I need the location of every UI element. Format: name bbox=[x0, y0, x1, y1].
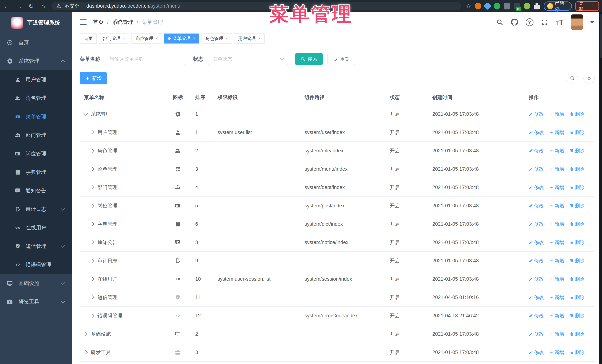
sidebar-item-基础设施[interactable]: 基础设施 bbox=[0, 274, 72, 292]
refresh-table-button[interactable] bbox=[583, 73, 595, 84]
action-删除[interactable]: 删除 bbox=[570, 111, 585, 117]
search-button[interactable]: 搜索 bbox=[295, 53, 323, 65]
kebab-menu-icon[interactable]: ⋮ bbox=[590, 3, 595, 9]
sidebar-item-通知公告[interactable]: 通知公告 bbox=[0, 181, 72, 200]
close-icon[interactable]: × bbox=[258, 36, 261, 41]
tab-菜单管理[interactable]: 菜单管理× bbox=[164, 33, 199, 43]
user-avatar[interactable] bbox=[571, 14, 583, 30]
action-修改[interactable]: 修改 bbox=[529, 258, 544, 264]
extensions-puzzle[interactable] bbox=[534, 3, 540, 10]
status-select[interactable]: 菜单状态 bbox=[208, 53, 288, 65]
app-logo[interactable]: 芋道管理系统 bbox=[0, 12, 72, 33]
panel-dark[interactable]: on bbox=[514, 3, 520, 10]
expand-closed-icon[interactable] bbox=[84, 332, 88, 336]
action-修改[interactable]: 修改 bbox=[529, 203, 544, 209]
sidebar-item-错误码管理[interactable]: 错误码管理 bbox=[0, 256, 72, 274]
expand-open-icon[interactable] bbox=[84, 112, 88, 116]
expand-closed-icon[interactable] bbox=[84, 350, 88, 354]
expand-closed-icon[interactable] bbox=[90, 295, 95, 300]
tab-首页[interactable]: 首页 bbox=[80, 33, 97, 43]
action-删除[interactable]: 删除 bbox=[570, 129, 585, 136]
action-新增[interactable]: 新增 bbox=[549, 129, 564, 136]
sidebar-item-岗位管理[interactable]: 岗位管理 bbox=[0, 145, 72, 163]
robot-green[interactable] bbox=[524, 3, 530, 10]
action-删除[interactable]: 删除 bbox=[570, 184, 585, 191]
action-新增[interactable]: 新增 bbox=[549, 111, 564, 117]
circle-orange[interactable] bbox=[475, 3, 481, 10]
action-修改[interactable]: 修改 bbox=[529, 184, 544, 191]
menu-name-input[interactable] bbox=[105, 53, 185, 65]
expand-closed-icon[interactable] bbox=[90, 240, 95, 245]
action-修改[interactable]: 修改 bbox=[529, 294, 544, 301]
font-size-icon[interactable]: TT bbox=[556, 18, 564, 26]
action-修改[interactable]: 修改 bbox=[529, 147, 544, 154]
browser-update-button[interactable]: 更新 ⋮ bbox=[575, 1, 599, 11]
expand-closed-icon[interactable] bbox=[90, 185, 95, 190]
add-button[interactable]: 新增 bbox=[80, 72, 107, 84]
action-修改[interactable]: 修改 bbox=[529, 276, 544, 282]
action-删除[interactable]: 删除 bbox=[570, 331, 585, 337]
action-新增[interactable]: 新增 bbox=[549, 294, 564, 301]
breadcrumb-item[interactable]: 系统管理 bbox=[112, 19, 133, 26]
action-修改[interactable]: 修改 bbox=[529, 349, 544, 356]
action-修改[interactable]: 修改 bbox=[529, 312, 544, 319]
bookmark-star-icon[interactable]: ☆ bbox=[466, 2, 471, 10]
action-新增[interactable]: 新增 bbox=[549, 258, 564, 264]
action-新增[interactable]: 新增 bbox=[549, 239, 564, 246]
close-icon[interactable]: × bbox=[155, 36, 158, 41]
blocks-gray[interactable] bbox=[504, 3, 510, 10]
action-删除[interactable]: 删除 bbox=[570, 203, 585, 209]
action-删除[interactable]: 删除 bbox=[570, 294, 585, 301]
sidebar-item-在线用户[interactable]: 在线用户 bbox=[0, 218, 72, 237]
action-新增[interactable]: 新增 bbox=[549, 184, 564, 191]
search-icon[interactable] bbox=[496, 19, 504, 26]
action-新增[interactable]: 新增 bbox=[549, 312, 564, 319]
sidebar-item-短信管理[interactable]: 短信管理 bbox=[0, 237, 72, 256]
action-删除[interactable]: 删除 bbox=[570, 312, 585, 319]
sidebar-item-审计日志[interactable]: 审计日志 bbox=[0, 200, 72, 218]
forward-icon[interactable]: → bbox=[15, 0, 23, 12]
action-新增[interactable]: 新增 bbox=[549, 221, 564, 227]
sidebar-item-系统管理[interactable]: 系统管理 bbox=[0, 52, 72, 70]
sidebar-item-角色管理[interactable]: 角色管理 bbox=[0, 89, 72, 107]
github-icon[interactable] bbox=[511, 19, 518, 26]
fullscreen-icon[interactable] bbox=[541, 19, 548, 26]
sidebar-item-菜单管理[interactable]: 菜单管理 bbox=[0, 107, 72, 126]
expand-closed-icon[interactable] bbox=[90, 167, 95, 171]
action-删除[interactable]: 删除 bbox=[570, 147, 585, 154]
action-修改[interactable]: 修改 bbox=[529, 129, 544, 136]
expand-closed-icon[interactable] bbox=[90, 277, 95, 281]
action-删除[interactable]: 删除 bbox=[570, 239, 585, 246]
reload-icon[interactable]: ↻ bbox=[27, 0, 35, 12]
show-search-button[interactable] bbox=[567, 73, 578, 84]
expand-closed-icon[interactable] bbox=[90, 259, 95, 263]
expand-closed-icon[interactable] bbox=[90, 222, 95, 226]
sidebar-item-研发工具[interactable]: 研发工具 bbox=[0, 292, 72, 311]
tab-角色管理[interactable]: 角色管理× bbox=[202, 33, 232, 43]
circle-green-check[interactable] bbox=[494, 3, 500, 10]
sidebar-item-字典管理[interactable]: 字典管理 bbox=[0, 163, 72, 181]
action-删除[interactable]: 删除 bbox=[570, 166, 585, 172]
tab-岗位管理[interactable]: 岗位管理× bbox=[131, 33, 162, 43]
action-新增[interactable]: 新增 bbox=[549, 276, 564, 282]
home-icon[interactable]: ⌂ bbox=[39, 0, 47, 12]
action-删除[interactable]: 删除 bbox=[570, 221, 585, 227]
action-修改[interactable]: 修改 bbox=[529, 239, 544, 246]
chevron-down-icon[interactable] bbox=[590, 21, 594, 23]
expand-closed-icon[interactable] bbox=[90, 130, 95, 135]
expand-closed-icon[interactable] bbox=[90, 204, 95, 208]
action-新增[interactable]: 新增 bbox=[549, 147, 564, 154]
action-删除[interactable]: 删除 bbox=[570, 276, 585, 282]
action-删除[interactable]: 删除 bbox=[570, 258, 585, 264]
action-修改[interactable]: 修改 bbox=[529, 221, 544, 227]
action-修改[interactable]: 修改 bbox=[529, 111, 544, 117]
sidebar-item-部门管理[interactable]: 部门管理 bbox=[0, 126, 72, 145]
sidebar-item-用户管理[interactable]: 用户管理 bbox=[0, 70, 72, 89]
action-修改[interactable]: 修改 bbox=[529, 331, 544, 337]
action-修改[interactable]: 修改 bbox=[529, 166, 544, 172]
profile-paused-button[interactable]: 已暂停 bbox=[544, 1, 572, 11]
sidebar-item-首页[interactable]: 首页 bbox=[0, 33, 72, 52]
help-icon[interactable]: ? bbox=[526, 18, 533, 26]
back-icon[interactable]: ← bbox=[3, 0, 11, 12]
address-bar[interactable]: ⚠ 不安全 dashboard.yudao.iocoder.cn/system/… bbox=[52, 2, 461, 10]
